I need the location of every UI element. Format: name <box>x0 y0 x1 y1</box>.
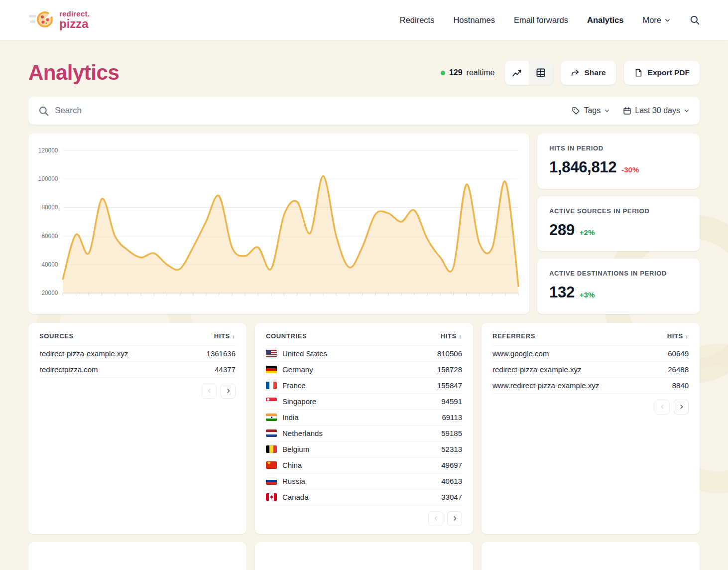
export-pdf-button[interactable]: Export PDF <box>624 61 700 85</box>
sort-desc-icon: ↓ <box>459 332 462 340</box>
row-hits: 33047 <box>441 493 462 501</box>
countries-card: COUNTRIES HITS ↓ United States810506Germ… <box>255 323 473 534</box>
countries-sort-hits[interactable]: HITS ↓ <box>441 332 462 340</box>
stats-column: HITS IN PERIOD 1,846,812 -30% ACTIVE SOU… <box>537 134 700 314</box>
view-toggle <box>505 61 553 85</box>
realtime-count: 129 <box>449 68 463 77</box>
stat-delta: +2% <box>580 228 595 237</box>
tags-filter[interactable]: Tags <box>572 106 610 115</box>
countries-pagination <box>266 505 462 534</box>
ru-flag-icon <box>266 477 277 485</box>
nav-search-button[interactable] <box>690 15 700 25</box>
share-icon <box>571 68 580 77</box>
row-hits: 52313 <box>441 445 462 453</box>
row-label: Singapore <box>282 397 436 406</box>
period-filter[interactable]: Last 30 days <box>623 106 690 115</box>
row-hits: 8840 <box>672 381 689 390</box>
search-bar: Tags Last 30 days <box>28 97 700 125</box>
realtime-link[interactable]: realtime <box>467 68 495 77</box>
stat-value: 1,846,812 <box>549 158 616 176</box>
brand-wordmark: redirect. pizza <box>59 10 90 30</box>
table-row: redirect-pizza-example.xyz1361636 <box>39 346 236 362</box>
chevron-down-icon <box>604 108 610 114</box>
nav-more-label: More <box>642 15 661 25</box>
stat-label: HITS IN PERIOD <box>549 144 688 152</box>
table-row: United States810506 <box>266 346 462 362</box>
period-label: Last 30 days <box>635 106 680 115</box>
row-hits: 158728 <box>437 365 462 374</box>
sources-sort-hits[interactable]: HITS ↓ <box>214 332 236 340</box>
row-hits: 155847 <box>437 381 462 390</box>
next-card-preview <box>255 542 473 570</box>
traffic-chart: 20000400006000080000100000120000 <box>31 142 523 308</box>
header-actions: 129 realtime Share Export PDF <box>441 61 700 85</box>
row-hits: 94591 <box>441 397 462 406</box>
svg-text:80000: 80000 <box>41 204 58 211</box>
svg-text:100000: 100000 <box>38 175 58 182</box>
row-hits: 60649 <box>668 349 689 358</box>
table-row: India69113 <box>266 410 462 426</box>
nav-item-hostnames[interactable]: Hostnames <box>453 15 494 25</box>
table-row: www.redirect-pizza-example.xyz8840 <box>492 378 689 394</box>
nav-item-more[interactable]: More <box>642 15 671 25</box>
chart-view-button[interactable] <box>505 61 529 85</box>
prev-page-button[interactable] <box>202 384 217 399</box>
search-input[interactable] <box>55 106 559 116</box>
row-label: redirectpizza.com <box>39 365 209 374</box>
share-label: Share <box>585 68 606 77</box>
sources-card: SOURCES HITS ↓ redirect-pizza-example.xy… <box>28 323 246 534</box>
stat-label: ACTIVE DESTINATIONS IN PERIOD <box>549 270 688 277</box>
tags-label: Tags <box>584 106 601 115</box>
hits-column-label: HITS <box>441 332 457 340</box>
chevron-down-icon <box>664 17 671 23</box>
sources-rows: redirect-pizza-example.xyz1361636redirec… <box>39 346 236 378</box>
brand-logo[interactable]: redirect. pizza <box>28 8 90 31</box>
nl-flag-icon <box>266 429 277 437</box>
next-page-button[interactable] <box>447 511 462 526</box>
row-hits: 49697 <box>441 461 462 469</box>
chevron-down-icon <box>684 108 690 114</box>
prev-page-button[interactable] <box>428 511 443 526</box>
chevron-right-icon <box>225 388 232 394</box>
table-row: Belgium52313 <box>266 441 462 457</box>
chevron-right-icon <box>452 515 458 522</box>
prev-page-button[interactable] <box>655 400 670 415</box>
next-page-button[interactable] <box>221 384 236 399</box>
brand-line2: pizza <box>59 18 90 30</box>
row-label: www.google.com <box>492 349 662 358</box>
nav-item-analytics[interactable]: Analytics <box>587 15 623 25</box>
row-hits: 26488 <box>668 365 689 374</box>
table-row: redirect-pizza-example.xyz26488 <box>492 362 689 378</box>
main-nav: Redirects Hostnames Email forwards Analy… <box>400 15 700 25</box>
nav-item-redirects[interactable]: Redirects <box>400 15 435 25</box>
countries-rows: United States810506Germany158728France15… <box>266 346 462 505</box>
table-row: www.google.com60649 <box>492 346 689 362</box>
next-row-preview <box>28 542 700 570</box>
svg-text:40000: 40000 <box>41 261 58 268</box>
realtime-dot-icon <box>441 71 445 75</box>
row-hits: 40613 <box>441 477 462 485</box>
row-hits: 44377 <box>215 365 236 374</box>
row-label: China <box>282 461 436 469</box>
table-row: Canada33047 <box>266 489 462 505</box>
countries-title: COUNTRIES <box>266 332 307 340</box>
row-hits: 1361636 <box>207 349 236 358</box>
table-row: redirectpizza.com44377 <box>39 362 236 378</box>
table-row: China49697 <box>266 457 462 473</box>
chevron-left-icon <box>433 515 439 522</box>
top-navbar: redirect. pizza Redirects Hostnames Emai… <box>0 0 728 40</box>
share-button[interactable]: Share <box>561 61 616 85</box>
row-hits: 810506 <box>437 349 462 358</box>
stat-hits-in-period: HITS IN PERIOD 1,846,812 -30% <box>537 134 700 189</box>
table-view-button[interactable] <box>529 61 553 85</box>
realtime-indicator: 129 realtime <box>441 68 495 77</box>
next-page-button[interactable] <box>674 400 689 415</box>
next-card-preview <box>28 542 246 570</box>
referrers-pagination <box>492 394 689 423</box>
referrers-sort-hits[interactable]: HITS ↓ <box>667 332 689 340</box>
line-chart-icon <box>512 68 522 78</box>
nav-item-email-forwards[interactable]: Email forwards <box>514 15 568 25</box>
stat-delta: +3% <box>580 290 595 299</box>
row-label: India <box>282 413 436 422</box>
export-pdf-label: Export PDF <box>648 68 690 77</box>
